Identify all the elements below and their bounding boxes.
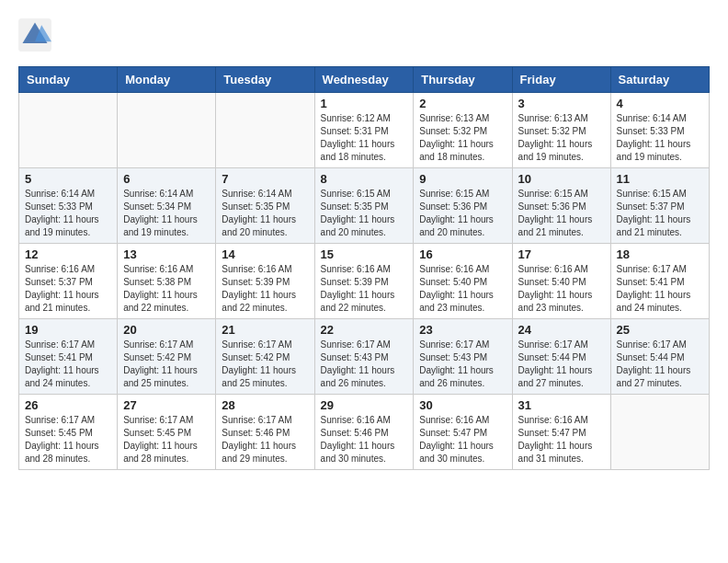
day-info: Sunrise: 6:15 AM Sunset: 5:36 PM Dayligh…: [419, 188, 506, 239]
day-number: 30: [419, 398, 506, 412]
day-number: 23: [419, 323, 506, 337]
day-info: Sunrise: 6:12 AM Sunset: 5:31 PM Dayligh…: [321, 112, 408, 164]
day-number: 12: [25, 247, 111, 261]
calendar-cell: 1Sunrise: 6:12 AM Sunset: 5:31 PM Daylig…: [314, 93, 414, 168]
calendar-cell: 13Sunrise: 6:16 AM Sunset: 5:38 PM Dayli…: [118, 244, 216, 319]
calendar-body: 1Sunrise: 6:12 AM Sunset: 5:31 PM Daylig…: [19, 93, 710, 470]
calendar-week-4: 19Sunrise: 6:17 AM Sunset: 5:41 PM Dayli…: [19, 319, 710, 395]
calendar-cell: 6Sunrise: 6:14 AM Sunset: 5:34 PM Daylig…: [118, 168, 216, 244]
page-header: [18, 18, 710, 52]
day-info: Sunrise: 6:16 AM Sunset: 5:39 PM Dayligh…: [321, 263, 408, 315]
calendar-week-1: 1Sunrise: 6:12 AM Sunset: 5:31 PM Daylig…: [19, 93, 710, 168]
weekday-header-monday: Monday: [118, 67, 216, 93]
day-info: Sunrise: 6:17 AM Sunset: 5:43 PM Dayligh…: [419, 339, 506, 390]
day-number: 7: [222, 172, 308, 186]
weekday-header-thursday: Thursday: [414, 67, 512, 93]
day-number: 18: [617, 247, 703, 261]
day-number: 6: [123, 172, 210, 186]
calendar-cell: 27Sunrise: 6:17 AM Sunset: 5:45 PM Dayli…: [118, 395, 216, 470]
day-info: Sunrise: 6:16 AM Sunset: 5:47 PM Dayligh…: [518, 414, 605, 465]
calendar-cell: 11Sunrise: 6:15 AM Sunset: 5:37 PM Dayli…: [610, 168, 709, 244]
day-number: 27: [123, 398, 210, 412]
calendar-cell: 28Sunrise: 6:17 AM Sunset: 5:46 PM Dayli…: [216, 395, 314, 470]
day-number: 4: [617, 97, 703, 110]
calendar-table: SundayMondayTuesdayWednesdayThursdayFrid…: [18, 66, 710, 470]
day-info: Sunrise: 6:16 AM Sunset: 5:38 PM Dayligh…: [123, 263, 210, 315]
day-info: Sunrise: 6:15 AM Sunset: 5:35 PM Dayligh…: [321, 188, 408, 239]
day-info: Sunrise: 6:17 AM Sunset: 5:45 PM Dayligh…: [25, 414, 111, 465]
calendar-cell: 29Sunrise: 6:16 AM Sunset: 5:46 PM Dayli…: [314, 395, 414, 470]
logo-icon: [18, 18, 51, 52]
day-number: 20: [123, 323, 210, 337]
day-number: 19: [25, 323, 111, 337]
calendar-cell: 31Sunrise: 6:16 AM Sunset: 5:47 PM Dayli…: [512, 395, 610, 470]
day-info: Sunrise: 6:13 AM Sunset: 5:32 PM Dayligh…: [419, 112, 506, 164]
day-number: 3: [518, 97, 605, 110]
day-info: Sunrise: 6:14 AM Sunset: 5:33 PM Dayligh…: [25, 188, 111, 239]
calendar-cell: 5Sunrise: 6:14 AM Sunset: 5:33 PM Daylig…: [19, 168, 118, 244]
calendar-cell: 12Sunrise: 6:16 AM Sunset: 5:37 PM Dayli…: [19, 244, 118, 319]
logo: [18, 18, 55, 52]
calendar-cell: 22Sunrise: 6:17 AM Sunset: 5:43 PM Dayli…: [314, 319, 414, 395]
calendar-cell: 16Sunrise: 6:16 AM Sunset: 5:40 PM Dayli…: [414, 244, 512, 319]
calendar-cell: 19Sunrise: 6:17 AM Sunset: 5:41 PM Dayli…: [19, 319, 118, 395]
calendar-cell: 23Sunrise: 6:17 AM Sunset: 5:43 PM Dayli…: [414, 319, 512, 395]
day-info: Sunrise: 6:14 AM Sunset: 5:34 PM Dayligh…: [123, 188, 210, 239]
day-number: 14: [222, 247, 308, 261]
calendar-cell: 18Sunrise: 6:17 AM Sunset: 5:41 PM Dayli…: [610, 244, 709, 319]
day-number: 28: [222, 398, 308, 412]
calendar-cell: 2Sunrise: 6:13 AM Sunset: 5:32 PM Daylig…: [414, 93, 512, 168]
day-info: Sunrise: 6:14 AM Sunset: 5:35 PM Dayligh…: [222, 188, 308, 239]
day-number: 10: [518, 172, 605, 186]
calendar-cell: 8Sunrise: 6:15 AM Sunset: 5:35 PM Daylig…: [314, 168, 414, 244]
calendar-cell: [610, 395, 709, 470]
day-info: Sunrise: 6:17 AM Sunset: 5:41 PM Dayligh…: [25, 339, 111, 390]
day-info: Sunrise: 6:17 AM Sunset: 5:45 PM Dayligh…: [123, 414, 210, 465]
day-number: 17: [518, 247, 605, 261]
day-number: 2: [419, 97, 506, 110]
day-info: Sunrise: 6:17 AM Sunset: 5:41 PM Dayligh…: [617, 263, 703, 315]
calendar-cell: [216, 93, 314, 168]
day-info: Sunrise: 6:13 AM Sunset: 5:32 PM Dayligh…: [518, 112, 605, 164]
calendar-cell: [19, 93, 118, 168]
calendar-header: SundayMondayTuesdayWednesdayThursdayFrid…: [19, 67, 710, 93]
day-number: 13: [123, 247, 210, 261]
day-number: 25: [617, 323, 703, 337]
day-info: Sunrise: 6:17 AM Sunset: 5:44 PM Dayligh…: [518, 339, 605, 390]
day-number: 9: [419, 172, 506, 186]
day-info: Sunrise: 6:17 AM Sunset: 5:42 PM Dayligh…: [222, 339, 308, 390]
calendar-cell: 17Sunrise: 6:16 AM Sunset: 5:40 PM Dayli…: [512, 244, 610, 319]
day-number: 29: [321, 398, 408, 412]
calendar-week-2: 5Sunrise: 6:14 AM Sunset: 5:33 PM Daylig…: [19, 168, 710, 244]
calendar-week-3: 12Sunrise: 6:16 AM Sunset: 5:37 PM Dayli…: [19, 244, 710, 319]
calendar-cell: 4Sunrise: 6:14 AM Sunset: 5:33 PM Daylig…: [610, 93, 709, 168]
calendar-cell: 15Sunrise: 6:16 AM Sunset: 5:39 PM Dayli…: [314, 244, 414, 319]
calendar-cell: 26Sunrise: 6:17 AM Sunset: 5:45 PM Dayli…: [19, 395, 118, 470]
day-info: Sunrise: 6:16 AM Sunset: 5:47 PM Dayligh…: [419, 414, 506, 465]
day-info: Sunrise: 6:17 AM Sunset: 5:46 PM Dayligh…: [222, 414, 308, 465]
weekday-header-wednesday: Wednesday: [314, 67, 414, 93]
calendar-cell: 25Sunrise: 6:17 AM Sunset: 5:44 PM Dayli…: [610, 319, 709, 395]
day-info: Sunrise: 6:16 AM Sunset: 5:46 PM Dayligh…: [321, 414, 408, 465]
day-info: Sunrise: 6:14 AM Sunset: 5:33 PM Dayligh…: [617, 112, 703, 164]
calendar-cell: 7Sunrise: 6:14 AM Sunset: 5:35 PM Daylig…: [216, 168, 314, 244]
day-number: 24: [518, 323, 605, 337]
day-info: Sunrise: 6:16 AM Sunset: 5:40 PM Dayligh…: [518, 263, 605, 315]
calendar-cell: 21Sunrise: 6:17 AM Sunset: 5:42 PM Dayli…: [216, 319, 314, 395]
calendar-cell: 30Sunrise: 6:16 AM Sunset: 5:47 PM Dayli…: [414, 395, 512, 470]
calendar-cell: 24Sunrise: 6:17 AM Sunset: 5:44 PM Dayli…: [512, 319, 610, 395]
day-number: 22: [321, 323, 408, 337]
calendar-week-5: 26Sunrise: 6:17 AM Sunset: 5:45 PM Dayli…: [19, 395, 710, 470]
weekday-header-saturday: Saturday: [610, 67, 709, 93]
day-number: 8: [321, 172, 408, 186]
day-info: Sunrise: 6:16 AM Sunset: 5:40 PM Dayligh…: [419, 263, 506, 315]
day-number: 1: [321, 97, 408, 110]
weekday-header-friday: Friday: [512, 67, 610, 93]
day-info: Sunrise: 6:16 AM Sunset: 5:39 PM Dayligh…: [222, 263, 308, 315]
day-info: Sunrise: 6:17 AM Sunset: 5:42 PM Dayligh…: [123, 339, 210, 390]
day-info: Sunrise: 6:17 AM Sunset: 5:43 PM Dayligh…: [321, 339, 408, 390]
calendar-cell: 10Sunrise: 6:15 AM Sunset: 5:36 PM Dayli…: [512, 168, 610, 244]
day-number: 26: [25, 398, 111, 412]
weekday-header-tuesday: Tuesday: [216, 67, 314, 93]
day-number: 11: [617, 172, 703, 186]
